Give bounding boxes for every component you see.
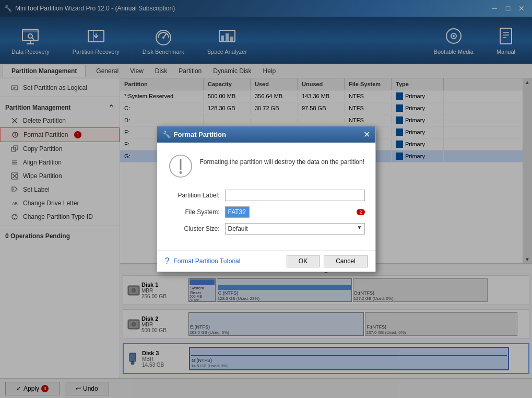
filesystem-select[interactable]: FAT32 NTFS FAT exFAT	[225, 206, 250, 218]
modal-overlay: 🔧 Format Partition ✕ Formating the parti…	[0, 0, 532, 398]
modal-close-button[interactable]: ✕	[363, 130, 370, 139]
modal-title-icon: 🔧	[162, 131, 171, 138]
form-row-filesystem: File System: FAT32 NTFS FAT exFAT 2	[168, 206, 365, 218]
modal-buttons: OK Cancel	[287, 255, 368, 267]
modal-warning-text: Formating the partition will destroy the…	[200, 153, 365, 166]
filesystem-badge: 2	[357, 209, 364, 215]
warning-icon	[168, 153, 194, 179]
partition-label-input[interactable]	[225, 190, 365, 201]
modal-warning: Formating the partition will destroy the…	[168, 153, 365, 179]
cluster-size-label: Cluster Size:	[168, 225, 225, 232]
form-row-cluster: Cluster Size: Default 512 bytes 1024 byt…	[168, 223, 365, 235]
form-row-label: Partition Label:	[168, 190, 365, 201]
cluster-size-select-wrap: Default 512 bytes 1024 bytes 2048 bytes …	[225, 223, 365, 235]
cluster-size-select[interactable]: Default 512 bytes 1024 bytes 2048 bytes …	[225, 223, 365, 235]
format-partition-modal: 🔧 Format Partition ✕ Formating the parti…	[157, 126, 376, 272]
modal-body: Formating the partition will destroy the…	[157, 143, 375, 250]
modal-cancel-button[interactable]: Cancel	[324, 255, 367, 267]
modal-header: 🔧 Format Partition ✕	[157, 126, 375, 143]
tutorial-link[interactable]: Format Partition Tutorial	[173, 257, 240, 265]
svg-point-54	[179, 171, 182, 174]
filesystem-select-wrap: FAT32 NTFS FAT exFAT	[225, 206, 355, 218]
modal-ok-button[interactable]: OK	[287, 255, 320, 267]
filesystem-label: File System:	[168, 208, 225, 216]
modal-title: 🔧 Format Partition	[162, 131, 226, 138]
tutorial-help-icon[interactable]: ?	[165, 256, 170, 266]
partition-label-label: Partition Label:	[168, 192, 225, 199]
modal-footer: ? Format Partition Tutorial OK Cancel	[157, 250, 375, 272]
